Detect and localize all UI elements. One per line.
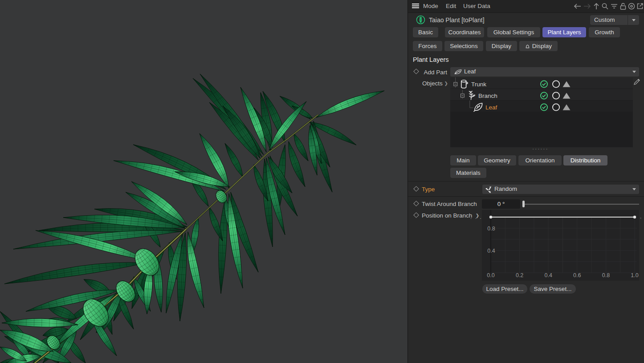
svg-text:0.6: 0.6	[573, 272, 581, 278]
svg-text:0.4: 0.4	[487, 248, 495, 254]
svg-text:1.0: 1.0	[631, 272, 638, 278]
svg-text:0.2: 0.2	[516, 272, 523, 278]
svg-text:0.8: 0.8	[602, 272, 610, 278]
svg-text:0.4: 0.4	[545, 272, 552, 278]
svg-text:0.8: 0.8	[487, 226, 495, 232]
svg-text:0.0: 0.0	[487, 272, 494, 278]
